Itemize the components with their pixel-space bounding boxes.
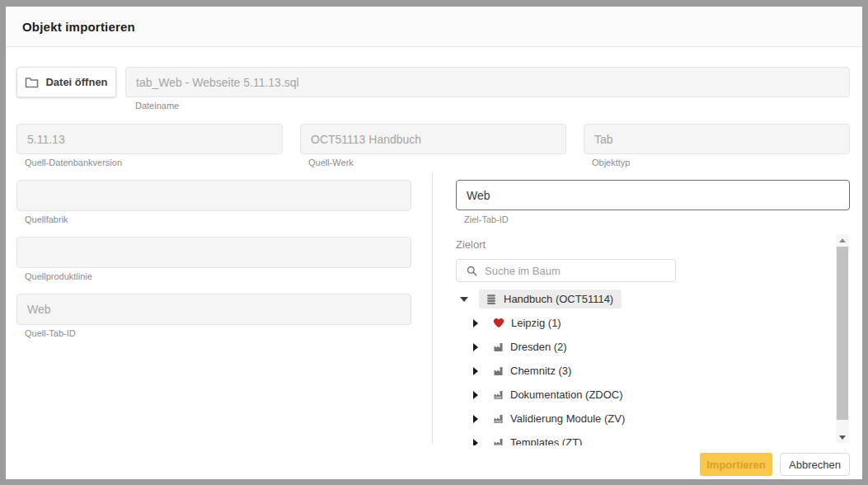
tree-node-leipzig[interactable]: Leipzig (1) xyxy=(452,311,835,335)
collapse-caret-icon[interactable] xyxy=(459,297,469,302)
source-tab-id-label: Quell-Tab-ID xyxy=(25,328,76,338)
tree-node-dresden[interactable]: Dresden (2) xyxy=(452,335,835,359)
expand-caret-icon[interactable] xyxy=(471,343,481,351)
open-file-button[interactable]: Datei öffnen xyxy=(16,67,116,97)
scroll-up-arrow-icon[interactable] xyxy=(836,234,849,246)
expand-caret-icon[interactable] xyxy=(471,319,481,327)
dialog-title: Objekt importieren xyxy=(22,20,135,34)
column-divider xyxy=(432,173,433,444)
target-location-label: Zielort xyxy=(456,238,486,251)
import-dialog: Objekt importieren Datei öffnen tab_Web … xyxy=(6,7,862,479)
tree-scrollbar[interactable] xyxy=(836,234,849,443)
factory-icon xyxy=(493,389,504,400)
source-db-version-label: Quell-Datenbankversion xyxy=(25,158,122,167)
source-productline-label: Quellproduktlinie xyxy=(25,271,92,281)
filename-label: Dateiname xyxy=(135,101,179,111)
object-type-field: Tab xyxy=(584,124,850,154)
factory-icon xyxy=(493,413,504,424)
tree-node-dokumentation[interactable]: Dokumentation (ZDOC) xyxy=(452,383,835,407)
cancel-button[interactable]: Abbrechen xyxy=(780,453,850,476)
source-werk-field: OCT51113 Handbuch xyxy=(300,124,566,154)
dialog-header: Objekt importieren xyxy=(6,7,862,47)
filename-field: tab_Web - Webseite 5.11.13.sql xyxy=(125,67,850,97)
tree-node-chemnitz[interactable]: Chemnitz (3) xyxy=(452,359,835,383)
import-button[interactable]: Importieren xyxy=(700,453,772,476)
search-icon xyxy=(467,266,477,276)
expand-caret-icon[interactable] xyxy=(471,367,481,375)
expand-caret-icon[interactable] xyxy=(471,415,481,423)
factory-icon xyxy=(493,341,504,352)
selected-node-chip[interactable]: Handbuch (OCT51114) xyxy=(479,290,622,308)
object-type-label: Objekttyp xyxy=(592,158,630,167)
tree-node-templates[interactable]: Templates (ZT) xyxy=(452,431,835,445)
tree-node-validierung[interactable]: Validierung Module (ZV) xyxy=(452,407,835,431)
screenshot-frame: Objekt importieren Datei öffnen tab_Web … xyxy=(0,0,868,485)
expand-caret-icon[interactable] xyxy=(471,439,481,446)
source-factory-field xyxy=(16,180,411,211)
open-file-label: Datei öffnen xyxy=(45,76,107,88)
tree-search-box[interactable] xyxy=(456,259,676,282)
tree-node-label: Dokumentation (ZDOC) xyxy=(510,388,623,401)
tree-node-label: Templates (ZT) xyxy=(510,436,582,445)
target-tree: Handbuch (OCT51114) Leipzig (1) xyxy=(452,287,835,445)
tree-node-label: Dresden (2) xyxy=(510,341,567,353)
tree-node-label: Validierung Module (ZV) xyxy=(510,412,625,425)
source-productline-field xyxy=(16,237,411,268)
factory-icon xyxy=(493,437,504,445)
tree-search-input[interactable] xyxy=(485,265,669,277)
tree-node-label: Chemnitz (3) xyxy=(510,365,571,377)
expand-caret-icon[interactable] xyxy=(471,391,481,399)
tree-node-handbuch[interactable]: Handbuch (OCT51114) xyxy=(452,287,835,311)
folder-icon xyxy=(25,77,39,88)
source-db-version-field: 5.11.13 xyxy=(16,124,283,154)
tree-node-label: Handbuch (OCT51114) xyxy=(504,293,613,305)
source-factory-label: Quellfabrik xyxy=(25,214,68,224)
source-tab-id-field: Web xyxy=(16,294,411,325)
factory-icon xyxy=(493,365,504,376)
scroll-down-arrow-icon[interactable] xyxy=(836,431,849,443)
target-tab-id-label: Ziel-Tab-ID xyxy=(464,214,509,224)
database-icon xyxy=(486,294,497,305)
heart-icon xyxy=(493,318,504,328)
source-werk-label: Quell-Werk xyxy=(308,158,354,167)
target-tab-id-input[interactable] xyxy=(456,180,850,210)
tree-node-label: Leipzig (1) xyxy=(511,317,561,329)
scrollbar-thumb[interactable] xyxy=(837,247,848,420)
